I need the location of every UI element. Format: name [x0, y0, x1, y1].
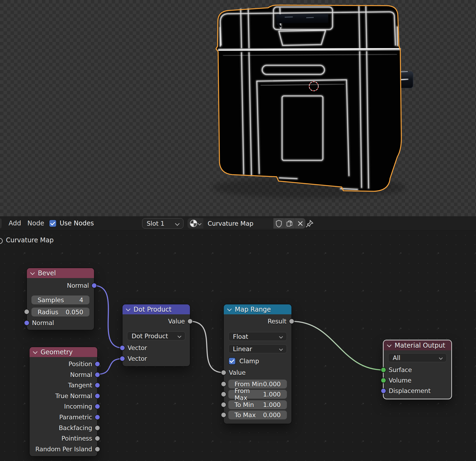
dropdown-value: Linear: [233, 345, 252, 352]
socket-pointiness-output[interactable]: [95, 436, 100, 441]
field-value: 0.050: [66, 309, 83, 316]
node-vector-math-header[interactable]: Dot Product: [122, 304, 190, 314]
socket-normal-output[interactable]: [91, 283, 97, 289]
node-material-output[interactable]: Material Output All Surface Volume Displ…: [384, 340, 451, 399]
output-label: Incoming: [64, 403, 92, 410]
input-label: Displacement: [389, 387, 431, 394]
menu-add[interactable]: Add: [6, 216, 24, 230]
node-title: Dot Product: [134, 306, 171, 313]
node-geometry[interactable]: Geometry Position Normal Tangent True No…: [30, 347, 97, 456]
output-label: Result: [268, 318, 286, 325]
material-sphere-icon: [190, 220, 197, 227]
to-max-field[interactable]: To Max 0.000: [228, 410, 287, 419]
chevron-down-icon: [279, 334, 283, 338]
input-row: Volume: [384, 375, 451, 386]
socket-from-max-input[interactable]: [221, 391, 226, 397]
socket-value-output[interactable]: [187, 319, 193, 324]
socket-to-min-input[interactable]: [221, 402, 226, 408]
socket-position-output[interactable]: [95, 361, 100, 367]
node-title: Material Output: [395, 342, 445, 349]
new-material-button[interactable]: [284, 218, 295, 229]
duplicate-icon: [286, 220, 293, 227]
socket-value-input[interactable]: [221, 370, 226, 376]
target-dropdown[interactable]: All: [388, 353, 447, 362]
input-label: Volume: [389, 377, 411, 384]
unlink-material-button[interactable]: [295, 218, 305, 229]
check-icon: [229, 358, 234, 363]
input-label: Normal: [32, 319, 54, 326]
interpolation-dropdown[interactable]: Linear: [228, 344, 287, 353]
fake-user-button[interactable]: [273, 218, 284, 229]
use-nodes-label[interactable]: Use Nodes: [57, 216, 97, 230]
socket-backfacing-output[interactable]: [95, 425, 100, 431]
socket-true-normal-output[interactable]: [95, 393, 100, 399]
operation-dropdown[interactable]: Dot Product: [127, 332, 185, 340]
shield-icon: [275, 220, 282, 227]
socket-volume-input[interactable]: [381, 378, 386, 383]
to-min-field[interactable]: To Min 1.000: [228, 400, 287, 409]
output-row: Normal: [27, 280, 94, 291]
input-row: Surface: [384, 365, 451, 375]
menu-node[interactable]: Node: [25, 216, 47, 230]
socket-tangent-output[interactable]: [95, 383, 100, 388]
node-bevel[interactable]: Bevel Normal Samples 4 Radius 0.050 Norm…: [27, 268, 94, 330]
pin-button[interactable]: [304, 219, 315, 229]
field-value: 0.000: [263, 381, 281, 388]
field-label: Radius: [38, 309, 58, 316]
chevron-down-icon: [178, 334, 181, 338]
material-name-field[interactable]: Curvature Map: [203, 218, 273, 229]
input-label: Vector: [128, 344, 147, 351]
output-label: Random Per Island: [35, 446, 92, 453]
field-value: 1.000: [263, 401, 281, 408]
use-nodes-checkbox[interactable]: [49, 219, 57, 227]
clamp-checkbox[interactable]: [228, 357, 236, 365]
field-label: From Min: [235, 381, 263, 388]
socket-incoming-output[interactable]: [95, 404, 100, 409]
samples-field[interactable]: Samples 4: [31, 296, 89, 304]
socket-radius-input[interactable]: [24, 309, 30, 315]
socket-parametric-output[interactable]: [95, 415, 100, 420]
output-label: Backfacing: [59, 424, 92, 431]
socket-to-max-input[interactable]: [221, 412, 226, 418]
input-row: Normal: [27, 318, 94, 328]
socket-vector2-input[interactable]: [120, 356, 125, 362]
node-title: Geometry: [41, 348, 73, 356]
node-bevel-header[interactable]: Bevel: [27, 268, 94, 278]
socket-surface-input[interactable]: [381, 367, 386, 373]
socket-normal-output[interactable]: [95, 372, 100, 378]
input-row: Vector: [122, 343, 190, 353]
curvature-render-object[interactable]: [0, 0, 476, 216]
field-label: To Min: [235, 401, 254, 408]
socket-random-per-island-output[interactable]: [95, 446, 100, 452]
from-max-field[interactable]: From Max 1.000: [228, 390, 287, 399]
material-browse-button[interactable]: [187, 218, 203, 229]
output-label: Parametric: [59, 414, 92, 421]
node-map-range-header[interactable]: Map Range: [224, 304, 291, 314]
socket-vector1-input[interactable]: [120, 345, 125, 351]
node-geometry-header[interactable]: Geometry: [30, 347, 97, 357]
node-vector-math[interactable]: Dot Product Value Dot Product Vector Vec…: [122, 304, 190, 366]
collapse-icon: [387, 343, 392, 347]
close-icon: [297, 220, 304, 227]
editor-type-button-partial[interactable]: [0, 218, 2, 228]
socket-displacement-input[interactable]: [381, 388, 386, 394]
node-tree-path: Curvature Map: [6, 236, 54, 244]
socket-result-output[interactable]: [289, 319, 294, 324]
field-value: 4: [79, 297, 83, 304]
node-material-output-header[interactable]: Material Output: [384, 340, 451, 350]
viewport-3d[interactable]: [0, 0, 476, 216]
output-row: Backfacing: [30, 423, 97, 433]
output-row: Value: [122, 316, 190, 326]
collapse-icon: [33, 349, 38, 354]
collapse-icon: [30, 270, 35, 275]
slot-select[interactable]: Slot 1: [142, 218, 183, 229]
output-row: Parametric: [30, 412, 97, 422]
input-row: Value: [224, 368, 291, 378]
socket-from-min-input[interactable]: [221, 381, 226, 387]
radius-field[interactable]: Radius 0.050: [31, 308, 89, 316]
data-type-dropdown[interactable]: Float: [228, 332, 287, 341]
socket-normal-input[interactable]: [24, 320, 30, 326]
node-map-range[interactable]: Map Range Result Float Linear Clamp Valu…: [224, 304, 291, 424]
output-label: Value: [168, 318, 185, 325]
field-label: From Max: [235, 387, 263, 401]
